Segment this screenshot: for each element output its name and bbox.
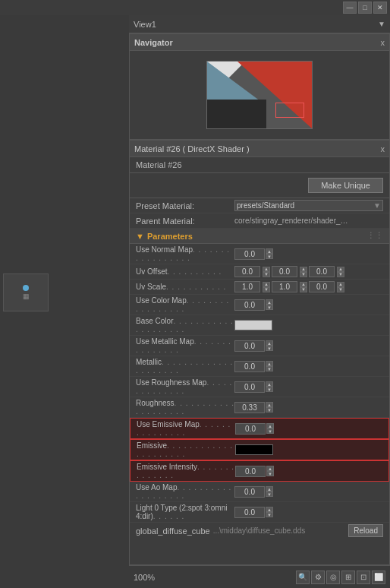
search-icon[interactable]: 🔍 <box>296 571 310 584</box>
params-triangle: ▼ <box>136 232 144 241</box>
use-color-map-spin: ▲ ▼ <box>266 299 273 310</box>
roughness-spin-down[interactable]: ▼ <box>266 407 273 413</box>
uv-scale-y[interactable] <box>272 281 297 292</box>
uv-offset-z-spin: ▲ ▼ <box>337 267 344 277</box>
uv-scale-y-down[interactable]: ▼ <box>300 287 307 292</box>
use-ao-map-input[interactable] <box>234 486 265 498</box>
uv-offset-z-up[interactable]: ▲ <box>337 267 344 272</box>
use-roughness-map-spin-down[interactable]: ▼ <box>266 387 273 392</box>
global-diffuse-label: global_diffuse_cube <box>136 526 210 536</box>
square-icon[interactable]: ⬜ <box>372 571 385 584</box>
close-button[interactable]: ✕ <box>373 2 387 14</box>
uv-offset-y-down[interactable]: ▼ <box>300 272 307 277</box>
light-0-type-spin-up[interactable]: ▲ <box>266 507 273 512</box>
emissive-intensity-spin-down[interactable]: ▼ <box>266 471 274 476</box>
use-roughness-map-spin-up[interactable]: ▲ <box>266 381 273 387</box>
uv-scale-y-up[interactable]: ▲ <box>300 282 307 287</box>
use-normal-map-spin-down[interactable]: ▼ <box>266 254 273 259</box>
use-color-map-label: Use Color Map. . . . . . . . . . . . . .… <box>136 296 234 313</box>
box-icon[interactable]: ⊡ <box>357 571 370 584</box>
use-emissive-map-input[interactable] <box>235 423 266 435</box>
uv-offset-z-down[interactable]: ▼ <box>337 272 344 277</box>
use-metallic-map-label: Use Metallic Map. . . . . . . . . . . . … <box>136 337 234 354</box>
view-dropdown-arrow[interactable]: ▼ <box>378 20 385 28</box>
light-0-type-spin: ▲ ▼ <box>266 507 273 517</box>
use-emissive-map-spin-up[interactable]: ▲ <box>266 423 274 428</box>
preset-dropdown[interactable]: presets/Standard ▼ <box>234 200 383 211</box>
metallic-row: Metallic. . . . . . . . . . . . . . . . … <box>130 356 389 377</box>
material-panel: Material #26 ( DirectX Shader ) x Materi… <box>129 140 390 565</box>
emissive-intensity-row: Emissive Intensity. . . . . . . . . . . … <box>130 460 389 482</box>
material-close-button[interactable]: x <box>381 144 385 153</box>
make-unique-button[interactable]: Make Unique <box>308 178 383 193</box>
use-normal-map-spin-up[interactable]: ▲ <box>266 248 273 254</box>
use-ao-map-label: Use Ao Map. . . . . . . . . . . . . . . … <box>136 483 234 500</box>
uv-offset-x[interactable] <box>234 266 260 277</box>
uv-scale-x-down[interactable]: ▼ <box>263 287 270 292</box>
roughness-label: Roughness. . . . . . . . . . . . . . . .… <box>136 399 234 416</box>
uv-offset-x-down[interactable]: ▼ <box>263 272 270 277</box>
grid-icon[interactable]: ⊞ <box>341 571 355 584</box>
material-name-row: Material #26 <box>130 157 389 173</box>
gear-icon[interactable]: ⚙ <box>311 571 325 584</box>
metallic-spin-up[interactable]: ▲ <box>266 361 273 366</box>
light-0-type-spin-down[interactable]: ▼ <box>266 512 273 517</box>
uv-offset-row: Uv Offset. . . . . . . . . . ▲ ▼ ▲ ▼ ▲ ▼ <box>130 264 389 280</box>
uv-scale-z-down[interactable]: ▼ <box>337 287 344 292</box>
uv-scale-z[interactable] <box>309 281 335 292</box>
uv-scale-z-spin: ▲ ▼ <box>337 282 344 292</box>
circle-icon[interactable]: ◎ <box>326 571 340 584</box>
uv-offset-x-up[interactable]: ▲ <box>263 267 270 272</box>
use-metallic-map-input[interactable] <box>234 340 265 352</box>
use-emissive-map-label: Use Emissive Map. . . . . . . . . . . . … <box>137 420 235 437</box>
metallic-spin-down[interactable]: ▼ <box>266 366 273 371</box>
navigator-viewport-box[interactable] <box>275 103 304 118</box>
use-normal-map-spin: ▲ ▼ <box>266 248 273 259</box>
minimize-button[interactable]: — <box>343 2 357 14</box>
parent-label: Parent Material: <box>136 217 234 226</box>
uv-scale-x[interactable] <box>234 281 260 292</box>
roughness-input[interactable] <box>234 402 265 413</box>
use-ao-map-spin-down[interactable]: ▼ <box>266 492 273 497</box>
navigator-title: Navigator <box>134 38 173 47</box>
uv-offset-y-spin: ▲ ▼ <box>300 267 307 277</box>
roughness-spin-up[interactable]: ▲ <box>266 402 273 407</box>
use-color-map-input[interactable] <box>234 299 265 311</box>
use-color-map-spin-up[interactable]: ▲ <box>266 299 273 305</box>
use-emissive-map-row: Use Emissive Map. . . . . . . . . . . . … <box>130 418 389 439</box>
use-emissive-map-input-group: ▲ ▼ <box>235 423 274 435</box>
uv-offset-y-up[interactable]: ▲ <box>300 267 307 272</box>
metallic-spin: ▲ ▼ <box>266 361 273 371</box>
use-metallic-map-spin-down[interactable]: ▼ <box>266 346 273 351</box>
maximize-button[interactable]: □ <box>358 2 372 14</box>
use-emissive-map-spin-down[interactable]: ▼ <box>266 428 274 434</box>
use-roughness-map-input[interactable] <box>234 381 265 393</box>
light-0-type-input[interactable] <box>234 507 265 518</box>
emissive-intensity-label: Emissive Intensity. . . . . . . . . . . … <box>137 463 235 479</box>
make-unique-row: Make Unique <box>130 173 389 198</box>
use-ao-map-spin: ▲ ▼ <box>266 486 273 497</box>
use-ao-map-spin-up[interactable]: ▲ <box>266 486 273 492</box>
base-color-swatch[interactable] <box>234 320 272 330</box>
uv-scale-x-up[interactable]: ▲ <box>263 282 270 287</box>
emissive-color-swatch[interactable] <box>235 444 273 455</box>
use-metallic-map-input-group: ▲ ▼ <box>234 340 273 352</box>
reload-button[interactable]: Reload <box>348 524 383 537</box>
emissive-intensity-spin: ▲ ▼ <box>266 466 274 476</box>
metallic-input[interactable] <box>234 361 265 372</box>
navigator-close-button[interactable]: x <box>381 38 385 47</box>
left-panel-icon: ▦ <box>3 273 49 311</box>
use-normal-map-input[interactable] <box>234 248 265 260</box>
use-metallic-map-spin: ▲ ▼ <box>266 340 273 351</box>
use-color-map-spin-down[interactable]: ▼ <box>266 305 273 310</box>
emissive-intensity-input[interactable] <box>235 466 266 477</box>
base-color-label: Base Color. . . . . . . . . . . . . . . … <box>136 317 234 334</box>
use-roughness-map-spin: ▲ ▼ <box>266 381 273 392</box>
emissive-intensity-spin-up[interactable]: ▲ <box>266 466 274 471</box>
navigator-header: Navigator x <box>130 34 389 51</box>
zoom-label: 100% <box>134 573 155 582</box>
uv-scale-z-up[interactable]: ▲ <box>337 282 344 287</box>
uv-offset-y[interactable] <box>272 266 297 277</box>
uv-offset-z[interactable] <box>309 266 335 277</box>
use-metallic-map-spin-up[interactable]: ▲ <box>266 340 273 346</box>
